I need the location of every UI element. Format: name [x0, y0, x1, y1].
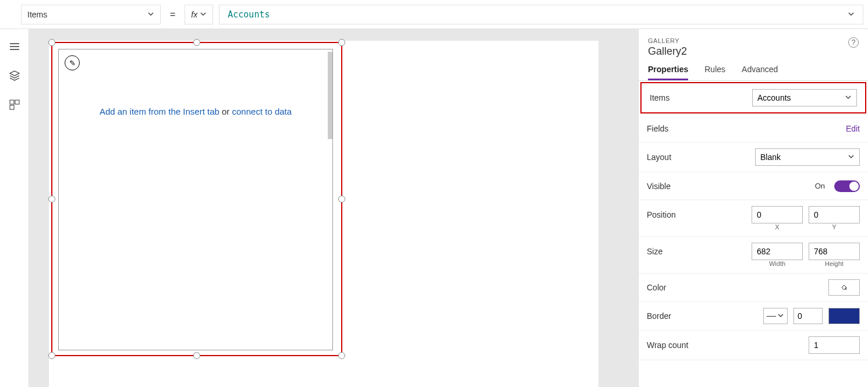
chevron-down-icon	[200, 10, 207, 19]
tab-advanced[interactable]: Advanced	[742, 65, 778, 80]
border-color-swatch[interactable]	[828, 308, 860, 324]
hamburger-icon[interactable]	[9, 41, 20, 52]
chevron-down-icon	[777, 311, 784, 321]
formula-text: Accounts	[228, 9, 270, 20]
svg-rect-1	[15, 100, 19, 104]
chevron-down-icon	[147, 10, 154, 19]
items-select[interactable]: Accounts	[752, 89, 857, 106]
paint-bucket-icon	[840, 283, 848, 292]
border-line-icon	[767, 316, 776, 317]
left-rail	[0, 29, 29, 387]
resize-handle[interactable]	[48, 196, 55, 203]
visible-state-text: On	[815, 182, 825, 190]
chevron-down-icon	[848, 9, 855, 20]
chevron-down-icon	[848, 152, 855, 162]
prop-items-row: Items Accounts	[640, 82, 866, 113]
border-style-select[interactable]	[763, 308, 788, 324]
svg-rect-0	[10, 100, 14, 104]
border-width-input[interactable]	[793, 308, 823, 324]
prop-color-row: Color	[639, 274, 868, 302]
prop-layout-label: Layout	[647, 152, 722, 162]
items-select-value: Accounts	[757, 93, 791, 102]
position-x-input[interactable]	[752, 206, 803, 223]
size-height-input[interactable]	[809, 243, 860, 260]
prop-visible-label: Visible	[647, 182, 722, 191]
connect-data-link[interactable]: connect to data	[232, 106, 292, 116]
prop-fields-label: Fields	[647, 124, 722, 133]
position-y-sublabel: Y	[809, 223, 860, 230]
prop-size-label: Size	[647, 247, 722, 256]
wrap-count-input[interactable]	[809, 336, 860, 354]
gallery-control[interactable]: ✎ Add an item from the Insert tab or con…	[58, 49, 333, 350]
panel-title: Gallery2	[648, 45, 687, 58]
artboard[interactable]: ✎ Add an item from the Insert tab or con…	[49, 41, 598, 387]
prop-wrap-label: Wrap count	[647, 340, 722, 350]
visible-toggle[interactable]	[834, 180, 860, 192]
svg-rect-2	[10, 105, 14, 109]
prop-wrap-row: Wrap count	[639, 331, 868, 360]
property-selector[interactable]: Items	[21, 5, 161, 24]
resize-handle[interactable]	[193, 39, 200, 46]
resize-handle[interactable]	[338, 352, 345, 359]
resize-handle[interactable]	[193, 352, 200, 359]
formula-input[interactable]: Accounts	[219, 5, 863, 24]
fx-button[interactable]: fx	[185, 5, 213, 24]
prop-fields-row: Fields Edit	[639, 115, 868, 143]
fx-icon: fx	[191, 10, 197, 19]
size-width-input[interactable]	[752, 243, 803, 260]
prop-color-label: Color	[647, 283, 722, 292]
panel-kind: GALLERY	[648, 37, 687, 44]
prop-position-label: Position	[647, 210, 722, 219]
prop-border-row: Border	[639, 302, 868, 331]
resize-handle[interactable]	[48, 352, 55, 359]
color-swatch[interactable]	[828, 279, 860, 296]
prop-items-label: Items	[650, 93, 725, 102]
help-icon[interactable]: ?	[848, 37, 859, 48]
layers-icon[interactable]	[9, 70, 20, 81]
size-height-sublabel: Height	[809, 260, 860, 267]
tab-rules[interactable]: Rules	[704, 65, 725, 80]
fields-edit-link[interactable]: Edit	[846, 124, 860, 133]
prop-layout-row: Layout Blank	[639, 143, 868, 172]
resize-handle[interactable]	[338, 196, 345, 203]
layout-select-value: Blank	[760, 152, 781, 162]
position-x-sublabel: X	[752, 223, 803, 230]
hint-middle: or	[219, 106, 232, 116]
panel-tabs: Properties Rules Advanced	[639, 61, 868, 81]
position-y-input[interactable]	[809, 206, 860, 223]
size-width-sublabel: Width	[752, 260, 803, 267]
resize-handle[interactable]	[48, 39, 55, 46]
prop-visible-row: Visible On	[639, 172, 868, 200]
prop-border-label: Border	[647, 311, 722, 321]
properties-panel: GALLERY Gallery2 ? Properties Rules Adva…	[638, 29, 868, 387]
layout-select[interactable]: Blank	[755, 148, 860, 166]
formula-bar: Items = fx Accounts	[0, 0, 868, 29]
property-selector-value: Items	[27, 10, 47, 19]
gallery-scrollbar[interactable]	[328, 52, 332, 139]
selection-outline: ✎ Add an item from the Insert tab or con…	[51, 42, 342, 356]
edit-pencil-icon[interactable]: ✎	[65, 55, 80, 70]
components-icon[interactable]	[9, 99, 20, 111]
resize-handle[interactable]	[338, 39, 345, 46]
canvas-area[interactable]: ✎ Add an item from the Insert tab or con…	[29, 29, 638, 387]
gallery-hint: Add an item from the Insert tab or conne…	[59, 106, 332, 116]
equals-label: =	[166, 9, 179, 20]
chevron-down-icon	[845, 93, 852, 102]
insert-tab-link[interactable]: Add an item from the Insert tab	[100, 106, 219, 116]
tab-properties[interactable]: Properties	[648, 65, 688, 80]
